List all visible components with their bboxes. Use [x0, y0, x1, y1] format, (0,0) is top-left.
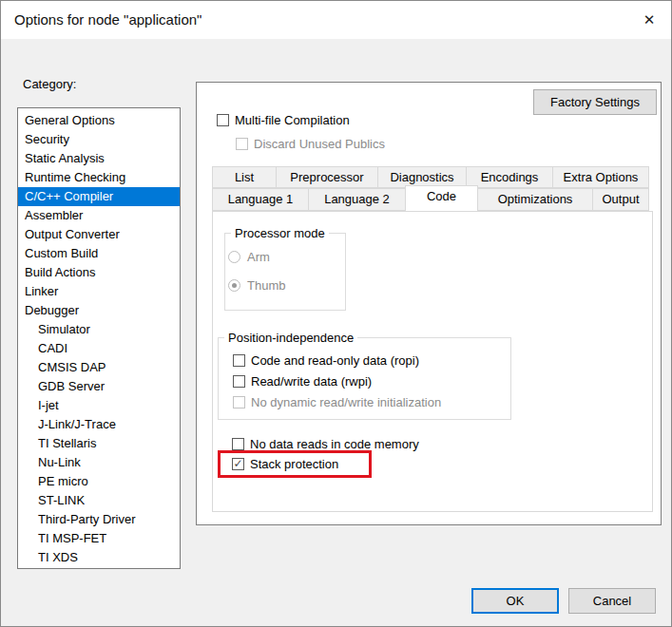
- stack-protection-checkbox-box[interactable]: ✓: [232, 458, 244, 470]
- no-data-reads-in-code-memory-label: No data reads in code memory: [250, 437, 419, 451]
- checkbox-no-dynamic-read-write-initialization: No dynamic read/write initialization: [233, 394, 510, 409]
- category-item-gdb-server[interactable]: GDB Server: [18, 377, 180, 396]
- tab-list[interactable]: List: [212, 166, 277, 188]
- no-data-reads-in-code-memory-checkbox-box[interactable]: [232, 438, 244, 450]
- processor-mode-legend: Processor mode: [231, 226, 329, 240]
- category-item-cadi[interactable]: CADI: [18, 339, 180, 358]
- discard-unused-publics-checkbox-box: [236, 138, 248, 150]
- category-item-pe-micro[interactable]: PE micro: [18, 472, 180, 491]
- category-item-debugger[interactable]: Debugger: [18, 301, 180, 320]
- processor-mode-options: ArmThumb: [225, 234, 345, 292]
- category-item-build-actions[interactable]: Build Actions: [18, 263, 180, 282]
- options-dialog: Options for node "application" ✕ Categor…: [0, 0, 672, 627]
- category-item-general-options[interactable]: General Options: [18, 111, 180, 130]
- tab-extra-options[interactable]: Extra Options: [552, 166, 649, 188]
- code-and-read-only-data-ropi-label: Code and read-only data (ropi): [251, 353, 419, 368]
- category-listbox[interactable]: General OptionsSecurityStatic AnalysisRu…: [17, 107, 181, 569]
- position-independence-groupbox: Position-independence Code and read-only…: [218, 337, 511, 420]
- category-label: Category:: [23, 77, 76, 91]
- tab-preprocessor[interactable]: Preprocessor: [276, 166, 378, 188]
- checkbox-read-write-data-rwpi[interactable]: Read/write data (rwpi): [233, 373, 510, 389]
- thumb-label: Thumb: [247, 278, 285, 293]
- close-icon: ✕: [643, 11, 656, 28]
- radio-arm: Arm: [228, 250, 345, 263]
- multi-file-compilation-checkbox-box[interactable]: [217, 114, 229, 126]
- window-title: Options for node "application": [14, 11, 202, 28]
- radio-thumb: Thumb: [228, 278, 345, 292]
- title-bar: Options for node "application" ✕: [1, 1, 671, 39]
- category-item-custom-build[interactable]: Custom Build: [18, 244, 180, 263]
- arm-radio-button: [228, 251, 240, 263]
- category-item-st-link[interactable]: ST-LINK: [18, 491, 180, 510]
- checkbox-code-and-read-only-data-ropi[interactable]: Code and read-only data (ropi): [233, 352, 510, 368]
- close-button[interactable]: ✕: [627, 1, 671, 39]
- category-item-j-link-j-trace[interactable]: J-Link/J-Trace: [18, 415, 180, 434]
- position-independence-options: Code and read-only data (ropi)Read/write…: [219, 338, 510, 409]
- arm-label: Arm: [247, 250, 270, 264]
- category-item-ti-stellaris[interactable]: TI Stellaris: [18, 434, 180, 453]
- checkbox-stack-protection[interactable]: ✓Stack protection: [232, 457, 338, 472]
- multi-file-compilation-row: Multi-file Compilation: [217, 112, 350, 127]
- thumb-radio-button: [228, 279, 240, 292]
- dialog-body: Category: General OptionsSecurityStatic …: [1, 39, 671, 626]
- category-item-third-party-driver[interactable]: Third-Party Driver: [18, 510, 180, 529]
- category-item-ti-msp-fet[interactable]: TI MSP-FET: [18, 529, 180, 548]
- stack-protection-label: Stack protection: [250, 457, 338, 471]
- tab-row-2: Language 1Language 2CodeOptimizationsOut…: [212, 188, 648, 211]
- tab-code[interactable]: Code: [405, 185, 478, 208]
- processor-mode-groupbox: Processor mode ArmThumb: [224, 233, 346, 311]
- tab-language-1[interactable]: Language 1: [212, 188, 309, 211]
- discard-unused-publics-label: Discard Unused Publics: [254, 137, 385, 151]
- checkbox-multi-file-compilation[interactable]: Multi-file Compilation: [217, 112, 350, 127]
- ok-button[interactable]: OK: [471, 588, 559, 614]
- category-item-assembler[interactable]: Assembler: [18, 206, 180, 225]
- category-item-security[interactable]: Security: [18, 130, 180, 149]
- category-item-runtime-checking[interactable]: Runtime Checking: [18, 168, 180, 187]
- factory-settings-button[interactable]: Factory Settings: [533, 89, 657, 115]
- compiler-options-panel: Factory Settings Multi-file Compilation …: [196, 82, 662, 525]
- discard-unused-publics-row: Discard Unused Publics: [236, 136, 385, 151]
- read-write-data-rwpi-label: Read/write data (rwpi): [251, 374, 372, 389]
- tab-optimizations[interactable]: Optimizations: [477, 188, 593, 211]
- category-item-static-analysis[interactable]: Static Analysis: [18, 149, 180, 168]
- category-item-simulator[interactable]: Simulator: [18, 320, 180, 339]
- position-independence-legend: Position-independence: [224, 331, 357, 345]
- category-item-output-converter[interactable]: Output Converter: [18, 225, 180, 244]
- no-dynamic-read-write-initialization-checkbox-box: [233, 396, 245, 408]
- category-item-c-c-compiler[interactable]: C/C++ Compiler: [18, 187, 180, 206]
- category-item-nu-link[interactable]: Nu-Link: [18, 453, 180, 472]
- category-item-cmsis-dap[interactable]: CMSIS DAP: [18, 358, 180, 377]
- no-data-reads-row: No data reads in code memory: [232, 436, 419, 451]
- tab-output[interactable]: Output: [592, 188, 649, 211]
- category-item-i-jet[interactable]: I-jet: [18, 396, 180, 415]
- cancel-button[interactable]: Cancel: [568, 588, 656, 614]
- category-item-linker[interactable]: Linker: [18, 282, 180, 301]
- multi-file-compilation-label: Multi-file Compilation: [235, 113, 350, 127]
- read-write-data-rwpi-checkbox-box[interactable]: [233, 375, 245, 388]
- category-item-ti-xds[interactable]: TI XDS: [18, 548, 180, 567]
- tab-encodings[interactable]: Encodings: [466, 166, 553, 188]
- tab-language-2[interactable]: Language 2: [308, 188, 406, 211]
- checkbox-discard-unused-publics: Discard Unused Publics: [236, 136, 385, 151]
- no-dynamic-read-write-initialization-label: No dynamic read/write initialization: [251, 395, 441, 409]
- code-tab-content: Processor mode ArmThumb Position-indepen…: [212, 211, 653, 512]
- stack-protection-highlight: ✓Stack protection: [218, 450, 372, 478]
- code-and-read-only-data-ropi-checkbox-box[interactable]: [233, 354, 245, 367]
- checkbox-no-data-reads-in-code-memory[interactable]: No data reads in code memory: [232, 436, 419, 451]
